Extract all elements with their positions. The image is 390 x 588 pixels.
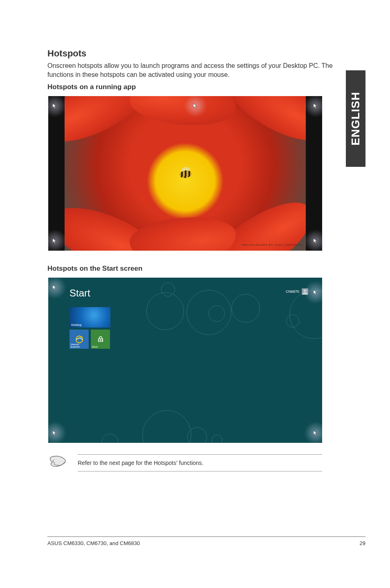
- language-tab-label: ENGLISH: [349, 92, 362, 145]
- svg-rect-2: [101, 339, 102, 340]
- note-text-wrap: Refer to the next page for the Hotspots'…: [78, 454, 322, 471]
- start-user-name: CN6870: [286, 290, 299, 294]
- subheading-running-app: Hotspots on a running app: [47, 83, 342, 91]
- cursor-icon: [48, 279, 63, 296]
- tile-desktop[interactable]: Desktop: [69, 307, 110, 328]
- cursor-icon: [47, 233, 63, 249]
- main-content: Hotspots Onscreen hotspots allow you to …: [47, 48, 342, 471]
- svg-rect-3: [99, 340, 100, 341]
- cursor-icon: [307, 233, 324, 249]
- intro-paragraph: Onscreen hotspots allow you to launch pr…: [47, 61, 342, 79]
- svg-rect-1: [99, 339, 100, 340]
- flower-photo: [65, 96, 306, 251]
- tile-label: Store: [92, 346, 98, 348]
- note-row: Refer to the next page for the Hotspots'…: [48, 454, 322, 471]
- ie-icon: [75, 335, 84, 344]
- tile-label: Internet Explorer: [71, 343, 89, 348]
- footer-page-number: 29: [360, 540, 365, 546]
- tile-label: Desktop: [71, 323, 82, 326]
- photo-credit: PHOTOGRAPHY BY JOSE SABUROLA: [242, 243, 303, 247]
- store-icon: [97, 336, 104, 343]
- start-tiles: Desktop Internet Explorer: [69, 307, 110, 349]
- subheading-start-screen: Hotspots on the Start screen: [47, 265, 342, 273]
- cursor-icon: [48, 425, 63, 441]
- bee: [175, 167, 194, 180]
- start-screen-screenshot: Start CN6870 Desktop Internet Explorer: [48, 278, 322, 443]
- footer: ASUS CM6330, CM6730, and CM6830 29: [47, 536, 365, 546]
- tile-internet-explorer[interactable]: Internet Explorer: [69, 330, 89, 349]
- cursor-icon: [307, 284, 322, 301]
- running-app-screenshot: PHOTOGRAPHY BY JOSE SABUROLA: [48, 96, 322, 251]
- cursor-icon: [307, 425, 322, 441]
- note-icon: [48, 456, 68, 470]
- section-title: Hotspots: [47, 48, 342, 59]
- cursor-icon: [307, 98, 324, 114]
- language-tab: ENGLISH: [346, 70, 365, 167]
- svg-rect-4: [101, 340, 102, 341]
- note-text: Refer to the next page for the Hotspots'…: [78, 460, 322, 466]
- start-title: Start: [69, 287, 90, 299]
- cursor-icon: [47, 98, 63, 114]
- cursor-icon: [187, 98, 204, 114]
- tile-store[interactable]: Store: [91, 330, 110, 349]
- footer-model: ASUS CM6330, CM6730, and CM6830: [47, 540, 140, 546]
